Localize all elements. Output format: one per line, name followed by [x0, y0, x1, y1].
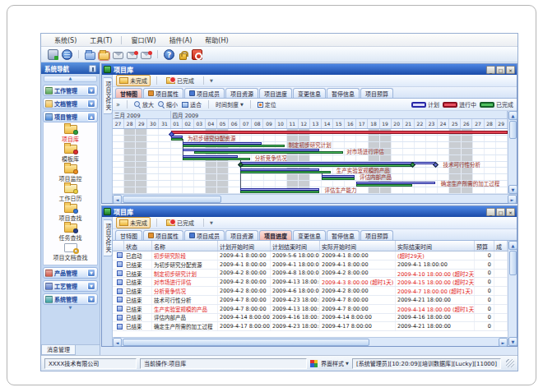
- table-row[interactable]: 已结束生产实验室规模的产品2009-4-7 8:00:002009-4-13 1…: [113, 305, 508, 314]
- folder-icon[interactable]: [85, 52, 95, 60]
- exit-icon[interactable]: [192, 49, 202, 60]
- tab-甘特图[interactable]: 甘特图: [115, 88, 142, 98]
- scroll-right-icon[interactable]: ►: [499, 338, 508, 347]
- new-session-icon[interactable]: [48, 49, 58, 60]
- sidebar-group-3[interactable]: 产品管理▼: [43, 267, 98, 279]
- header-成[interactable]: 成: [494, 241, 508, 251]
- table-row[interactable]: 已结束制定初步研究计划2009-4-2 8:00:002009-4-8 18:0…: [113, 270, 508, 279]
- folder-window-icon[interactable]: [99, 52, 109, 60]
- sidebar-item-项目库[interactable]: 项目库: [62, 124, 79, 144]
- menu-item-2[interactable]: 窗口(W): [124, 35, 162, 45]
- mail-stamp-icon[interactable]: [141, 52, 151, 59]
- tab-项目预算[interactable]: 项目预算: [360, 88, 393, 98]
- tab-message-management[interactable]: 消息管理: [41, 345, 76, 355]
- zoom-in-button[interactable]: 放大: [134, 100, 154, 108]
- sidebar-item-项目查找[interactable]: 项目查找: [59, 203, 82, 223]
- tab-项目进度[interactable]: 项目进度: [259, 230, 292, 240]
- table-vertical-scrollbar[interactable]: ▲ ▼: [508, 241, 517, 346]
- group-arrow-icon[interactable]: ▼: [87, 269, 95, 277]
- more-icon[interactable]: ▼: [210, 220, 213, 225]
- sidebar-collapse-button[interactable]: [44, 76, 97, 82]
- lock-icon[interactable]: [179, 53, 187, 60]
- fit-button[interactable]: 适合: [182, 100, 202, 108]
- table-row[interactable]: 已启动初步研究阶段2009-4-1 8:00:002009-5-6 18:00:…: [113, 251, 508, 261]
- sidebar-group-4[interactable]: 工艺管理▼: [43, 280, 98, 292]
- actual-bar-为初步研究分配资源[interactable]: [171, 138, 183, 141]
- gantt-chart-area[interactable]: 为初步研究分配资源制定初步研究计划对市场进行评估分析竞争情况技术可行性分析生产实…: [113, 129, 508, 194]
- tab-暂停信息[interactable]: 暂停信息: [327, 230, 360, 240]
- minimize-icon[interactable]: _: [486, 66, 495, 74]
- header-实际结束时间[interactable]: 实际结束时间: [396, 241, 475, 251]
- mail-icon[interactable]: [113, 52, 123, 59]
- table-row[interactable]: 已结束为初步研究分配资源2009-4-1 8:00:002009-4-1 18:…: [113, 261, 508, 270]
- scroll-right-icon[interactable]: ►: [508, 195, 517, 204]
- menu-item-0[interactable]: 系统(S): [48, 35, 83, 45]
- header-实际开始时间[interactable]: 实际开始时间: [320, 241, 396, 251]
- mail-alert-icon[interactable]: [127, 52, 137, 59]
- tab-项目预算[interactable]: 项目预算: [360, 230, 393, 240]
- sidebar-item-项目文档查找[interactable]: 项目文档查找: [53, 242, 88, 262]
- tab-项目进度[interactable]: 项目进度: [259, 88, 292, 98]
- sidebar-group-5[interactable]: 系统管理▼: [43, 293, 98, 305]
- close-icon[interactable]: ×: [506, 66, 515, 74]
- scroll-left-icon[interactable]: ◄: [113, 195, 122, 204]
- sidebar-item-模板库[interactable]: 模板库: [62, 144, 79, 164]
- actual-bar-评估内部产品[interactable]: [322, 178, 355, 180]
- filter-未完成[interactable]: 未完成: [116, 75, 151, 86]
- sidebar-item-项目监控[interactable]: 项目监控: [59, 164, 82, 183]
- header-计划结束时间[interactable]: 计划结束时间: [271, 241, 320, 251]
- scroll-thumb[interactable]: [509, 121, 517, 139]
- restore-icon[interactable]: □: [496, 208, 505, 216]
- actual-bar-确定生产所需的加工过程[interactable]: [356, 184, 412, 187]
- tab-project-folder[interactable]: 项目文件夹: [104, 219, 113, 256]
- close-icon[interactable]: ×: [506, 208, 515, 216]
- table-row[interactable]: 已结束确定生产所需的加工过程2009-4-17 8:00:002009-4-23…: [113, 322, 508, 331]
- resize-grip[interactable]: [506, 359, 514, 367]
- filter-未完成[interactable]: 未完成: [116, 217, 151, 228]
- header-名称[interactable]: 名称: [152, 241, 218, 251]
- tab-甘特图[interactable]: 甘特图: [115, 230, 142, 240]
- header-计划开始时间[interactable]: 计划开始时间: [218, 241, 271, 251]
- tab-项目资源[interactable]: 项目资源: [225, 88, 258, 98]
- scroll-down-icon[interactable]: ▼: [508, 337, 517, 346]
- tab-项目属性[interactable]: 项目属性: [143, 88, 183, 98]
- minimize-icon[interactable]: _: [486, 208, 495, 216]
- scroll-up-icon[interactable]: ▲: [508, 111, 517, 120]
- header-状态[interactable]: 状态: [124, 241, 152, 251]
- group-arrow-icon[interactable]: ▼: [87, 282, 95, 290]
- more-groups-icon[interactable]: ▼: [43, 305, 98, 311]
- more-icon[interactable]: ▼: [210, 78, 213, 83]
- tab-变更信息[interactable]: 变更信息: [293, 88, 326, 98]
- table-row[interactable]: 已结束分析竞争情况2009-4-2 8:00:002009-4-6 18:00:…: [113, 287, 508, 296]
- summary-bar-初步研究阶段[interactable]: [171, 131, 508, 134]
- gantt-vertical-scrollbar[interactable]: ▲ ▼: [508, 111, 517, 194]
- sidebar-item-任务查找[interactable]: 任务查找: [59, 223, 82, 242]
- actual-bar-制定初步研究计划[interactable]: [183, 145, 285, 147]
- locate-button[interactable]: 定位: [258, 100, 276, 108]
- tab-变更信息[interactable]: 变更信息: [293, 230, 326, 240]
- group-arrow-icon[interactable]: ▼: [87, 99, 95, 108]
- scroll-thumb[interactable]: [509, 251, 517, 275]
- zoom-out-button[interactable]: 缩小: [158, 100, 178, 108]
- pin-icon[interactable]: [89, 65, 96, 72]
- scroll-thumb[interactable]: [123, 339, 369, 346]
- filter-已完成[interactable]: 已完成: [163, 75, 197, 86]
- table-row[interactable]: 已结束评估内部产品2009-4-14 8:00:002009-4-16 18:0…: [113, 314, 508, 323]
- menu-item-3[interactable]: 插件(A): [163, 35, 199, 45]
- sidebar-group-2[interactable]: 项目管理▲: [43, 111, 98, 122]
- group-arrow-icon[interactable]: ▼: [87, 295, 95, 303]
- sidebar-group-0[interactable]: 工作管理▼: [43, 85, 98, 96]
- table-horizontal-scrollbar[interactable]: ◄ ►: [113, 337, 508, 346]
- actual-bar-生产实验室规模的产品[interactable]: [240, 171, 331, 173]
- scroll-thumb[interactable]: [123, 196, 221, 203]
- scroll-up-icon[interactable]: ▲: [508, 241, 517, 250]
- scroll-left-icon[interactable]: ◄: [113, 338, 122, 347]
- tab-暂停信息[interactable]: 暂停信息: [327, 88, 360, 98]
- actual-bar-技术可行性分析[interactable]: [240, 164, 412, 167]
- globe-icon[interactable]: [62, 49, 72, 60]
- tab-项目成员[interactable]: 项目成员: [184, 230, 225, 240]
- actual-bar-评估生产能力[interactable]: [240, 191, 319, 193]
- sidebar-group-1[interactable]: 文档管理▼: [43, 98, 98, 109]
- time-scale-button[interactable]: 时间刻度▼: [216, 100, 244, 108]
- tab-项目成员[interactable]: 项目成员: [184, 88, 225, 98]
